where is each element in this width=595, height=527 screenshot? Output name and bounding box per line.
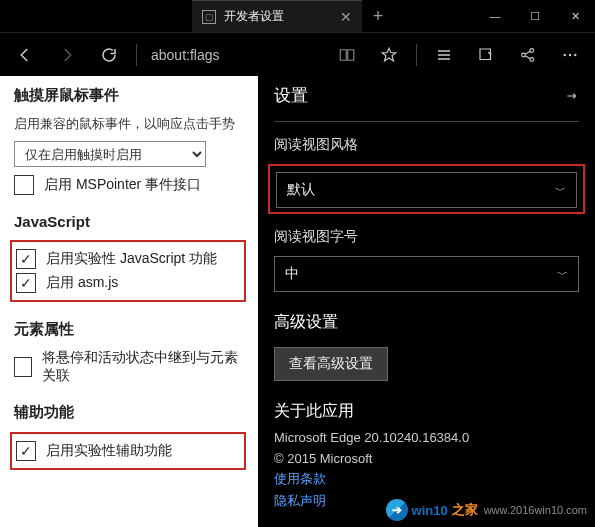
hub-button[interactable] <box>425 36 463 74</box>
svg-point-5 <box>574 53 576 55</box>
svg-point-4 <box>569 53 571 55</box>
more-button[interactable] <box>551 36 589 74</box>
settings-pane: 设置 阅读视图风格 默认 ﹀ 阅读视图字号 中 ﹀ 高级设置 查看高级设置 关于… <box>258 76 595 527</box>
checkbox-checked-icon[interactable] <box>16 273 36 293</box>
js-heading: JavaScript <box>14 213 246 230</box>
share-button[interactable] <box>509 36 547 74</box>
touch-select[interactable]: 仅在启用触摸时启用 <box>14 141 206 167</box>
terms-link[interactable]: 使用条款 <box>274 470 579 488</box>
a11y-highlight: 启用实验性辅助功能 <box>10 432 246 470</box>
copyright-text: © 2015 Microsoft <box>274 451 579 466</box>
pin-icon[interactable] <box>565 89 579 103</box>
style-label: 阅读视图风格 <box>274 136 579 154</box>
mspointer-label: 启用 MSPointer 事件接口 <box>44 176 201 194</box>
svg-point-0 <box>522 53 526 57</box>
size-value: 中 <box>285 265 299 283</box>
style-select[interactable]: 默认 ﹀ <box>276 172 577 208</box>
checkbox-unchecked-icon[interactable] <box>14 357 32 377</box>
title-bar: ▢ 开发者设置 ✕ + — ☐ ✕ <box>0 0 595 32</box>
watermark: ➔ win10 之家 www.2016win10.com <box>386 499 587 521</box>
flags-pane: 触摸屏鼠标事件 启用兼容的鼠标事件，以响应点击手势 仅在启用触摸时启用 启用 M… <box>0 76 258 527</box>
checkbox-unchecked-icon[interactable] <box>14 175 34 195</box>
minimize-button[interactable]: — <box>475 0 515 32</box>
js-exp-row[interactable]: 启用实验性 JavaScript 功能 <box>16 249 240 269</box>
size-label: 阅读视图字号 <box>274 228 579 246</box>
refresh-button[interactable] <box>90 36 128 74</box>
more-icon <box>561 46 579 64</box>
content: 触摸屏鼠标事件 启用兼容的鼠标事件，以响应点击手势 仅在启用触摸时启用 启用 M… <box>0 76 595 527</box>
a11y-exp-label: 启用实验性辅助功能 <box>46 442 172 460</box>
about-heading: 关于此应用 <box>274 401 579 422</box>
titlebar-spacer <box>394 0 475 32</box>
newtab-button[interactable]: + <box>362 0 394 32</box>
mspointer-row[interactable]: 启用 MSPointer 事件接口 <box>14 175 246 195</box>
svg-point-2 <box>530 57 534 61</box>
a11y-heading: 辅助功能 <box>14 403 246 422</box>
svg-point-1 <box>530 48 534 52</box>
panel-title: 设置 <box>274 84 308 107</box>
back-button[interactable] <box>6 36 44 74</box>
forward-icon <box>58 46 76 64</box>
star-icon <box>380 46 398 64</box>
size-select[interactable]: 中 ﹀ <box>274 256 579 292</box>
js-highlight: 启用实验性 JavaScript 功能 启用 asm.js <box>10 240 246 302</box>
nav-separator <box>136 44 137 66</box>
checkbox-checked-icon[interactable] <box>16 249 36 269</box>
nav-separator-2 <box>416 44 417 66</box>
touch-desc: 启用兼容的鼠标事件，以响应点击手势 <box>14 115 246 133</box>
tab-page-icon: ▢ <box>202 10 216 24</box>
webnote-button[interactable] <box>467 36 505 74</box>
advanced-heading: 高级设置 <box>274 312 579 333</box>
book-icon <box>338 46 356 64</box>
hub-icon <box>435 47 453 63</box>
back-icon <box>16 46 34 64</box>
window-controls: — ☐ ✕ <box>475 0 595 32</box>
forward-button <box>48 36 86 74</box>
nav-bar: about:flags <box>0 32 595 76</box>
inactive-tab[interactable] <box>0 0 192 32</box>
suspend-row[interactable]: 将悬停和活动状态中继到与元素关联 <box>14 349 246 385</box>
advanced-button[interactable]: 查看高级设置 <box>274 347 388 381</box>
suspend-label: 将悬停和活动状态中继到与元素关联 <box>42 349 246 385</box>
style-highlight: 默认 ﹀ <box>268 164 585 214</box>
a11y-exp-row[interactable]: 启用实验性辅助功能 <box>16 441 240 461</box>
close-button[interactable]: ✕ <box>555 0 595 32</box>
watermark-brand: win10 <box>412 503 448 518</box>
svg-point-3 <box>564 53 566 55</box>
js-exp-label: 启用实验性 JavaScript 功能 <box>46 250 217 268</box>
asm-row[interactable]: 启用 asm.js <box>16 273 240 293</box>
panel-header: 设置 <box>274 84 579 107</box>
active-tab[interactable]: ▢ 开发者设置 ✕ <box>192 0 362 32</box>
divider <box>274 121 579 122</box>
chevron-down-icon: ﹀ <box>557 267 568 282</box>
watermark-logo-icon: ➔ <box>386 499 408 521</box>
elem-heading: 元素属性 <box>14 320 246 339</box>
checkbox-checked-icon[interactable] <box>16 441 36 461</box>
touch-heading: 触摸屏鼠标事件 <box>14 86 246 105</box>
maximize-button[interactable]: ☐ <box>515 0 555 32</box>
tab-label: 开发者设置 <box>224 8 332 25</box>
watermark-url: www.2016win10.com <box>484 504 587 516</box>
refresh-icon <box>100 46 118 64</box>
tab-close-icon[interactable]: ✕ <box>340 9 352 25</box>
chevron-down-icon: ﹀ <box>555 183 566 198</box>
share-icon <box>519 46 537 64</box>
reading-view-button[interactable] <box>328 36 366 74</box>
pen-icon <box>477 46 495 64</box>
asm-label: 启用 asm.js <box>46 274 118 292</box>
version-text: Microsoft Edge 20.10240.16384.0 <box>274 430 579 445</box>
address-bar[interactable]: about:flags <box>145 47 324 63</box>
favorite-button[interactable] <box>370 36 408 74</box>
style-value: 默认 <box>287 181 315 199</box>
watermark-suffix: 之家 <box>452 501 478 519</box>
